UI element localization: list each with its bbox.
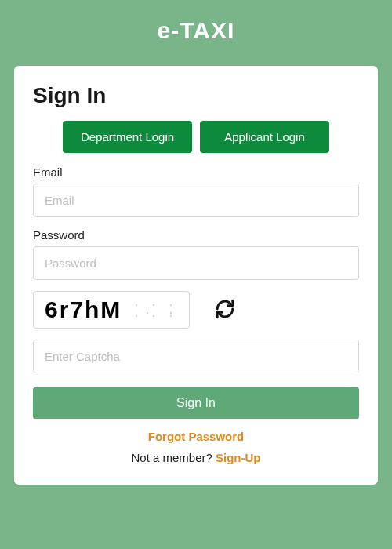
forgot-password-link[interactable]: Forgot Password bbox=[148, 430, 245, 443]
tab-applicant-login[interactable]: Applicant Login bbox=[200, 121, 329, 153]
not-member-text: Not a member? bbox=[131, 451, 216, 464]
app-header: e-TAXI bbox=[0, 0, 392, 66]
signup-row: Not a member? Sign-Up bbox=[33, 451, 359, 464]
signup-link[interactable]: Sign-Up bbox=[216, 451, 261, 464]
email-label: Email bbox=[33, 165, 359, 179]
email-field[interactable] bbox=[33, 184, 359, 217]
app-title: e-TAXI bbox=[0, 17, 392, 44]
signin-card: Sign In Department Login Applicant Login… bbox=[14, 66, 378, 485]
forgot-row: Forgot Password bbox=[33, 430, 359, 443]
card-title: Sign In bbox=[33, 83, 359, 108]
refresh-captcha-button[interactable] bbox=[212, 296, 238, 325]
captcha-row: 6r7hM bbox=[33, 291, 359, 329]
captcha-input-group bbox=[33, 340, 359, 373]
refresh-icon bbox=[215, 310, 235, 322]
password-field[interactable] bbox=[33, 246, 359, 280]
login-tabs: Department Login Applicant Login bbox=[33, 121, 359, 153]
captcha-image: 6r7hM bbox=[33, 291, 190, 329]
email-group: Email bbox=[33, 165, 359, 217]
captcha-field[interactable] bbox=[33, 340, 359, 373]
password-group: Password bbox=[33, 228, 359, 280]
signin-button[interactable]: Sign In bbox=[33, 387, 359, 419]
tab-department-login[interactable]: Department Login bbox=[63, 121, 192, 153]
password-label: Password bbox=[33, 228, 359, 242]
